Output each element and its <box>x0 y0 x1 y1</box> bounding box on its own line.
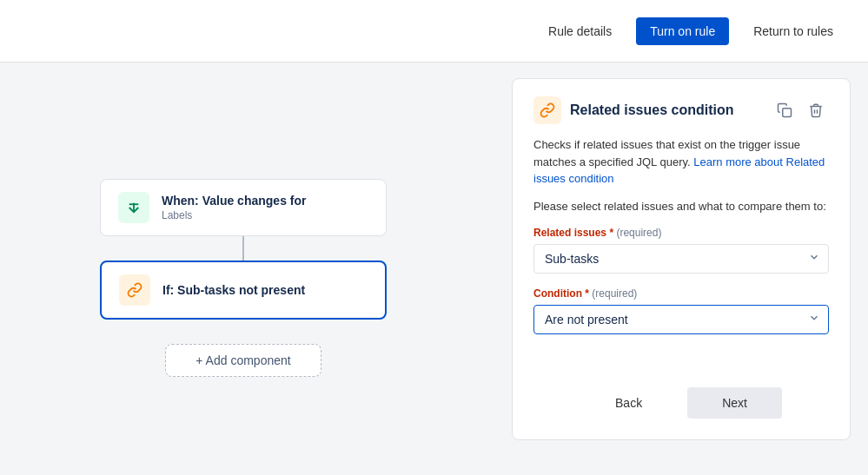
trigger-node-icon <box>118 192 149 223</box>
condition-label: Condition * (required) <box>533 287 829 300</box>
trigger-node-title: When: Value changes for <box>162 194 306 208</box>
condition-wrapper: Are not present <box>533 305 829 334</box>
panel-subtext: Please select related issues and what to… <box>533 200 829 213</box>
related-issues-wrapper: Sub-tasks <box>533 244 829 274</box>
flow-canvas: When: Value changes for Labels If: Sub-t… <box>0 63 487 475</box>
trigger-node-subtitle: Labels <box>162 209 306 221</box>
condition-panel: Related issues condition Checks if relat… <box>512 78 851 440</box>
related-issues-label: Related issues * (required) <box>533 227 829 239</box>
panel-actions <box>772 97 829 123</box>
related-issues-select[interactable]: Sub-tasks <box>533 244 829 274</box>
panel-icon <box>533 96 561 124</box>
panel-header: Related issues condition <box>533 96 829 124</box>
turn-on-rule-button[interactable]: Turn on rule <box>636 17 729 45</box>
top-bar: Rule details Turn on rule Return to rule… <box>0 0 868 63</box>
return-to-rules-button[interactable]: Return to rules <box>739 17 847 45</box>
trigger-node-text: When: Value changes for Labels <box>162 194 306 221</box>
add-component-label: + Add component <box>195 353 290 367</box>
next-button[interactable]: Next <box>687 387 782 419</box>
panel-footer: Back Next <box>533 387 829 419</box>
back-button[interactable]: Back <box>580 387 677 419</box>
rule-details-button[interactable]: Rule details <box>534 17 626 45</box>
panel-description: Checks if related issues that exist on t… <box>533 136 829 188</box>
condition-select[interactable]: Are not present <box>533 305 829 334</box>
trigger-node[interactable]: When: Value changes for Labels <box>100 179 387 236</box>
connector-line <box>242 236 244 261</box>
copy-panel-button[interactable] <box>772 97 798 123</box>
panel-title: Related issues condition <box>570 102 763 118</box>
delete-panel-button[interactable] <box>803 97 829 123</box>
condition-node-icon <box>119 274 150 306</box>
condition-node[interactable]: If: Sub-tasks not present <box>100 261 387 320</box>
condition-node-text: If: Sub-tasks not present <box>162 283 305 297</box>
add-component-button[interactable]: + Add component <box>165 344 321 377</box>
svg-rect-2 <box>783 109 792 117</box>
condition-node-title: If: Sub-tasks not present <box>162 283 305 297</box>
